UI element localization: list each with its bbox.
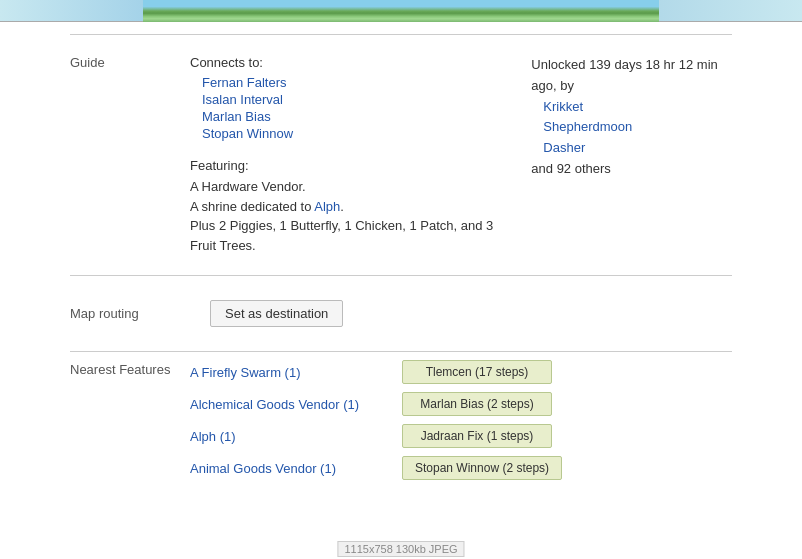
- unlocked-col: Unlocked 139 days 18 hr 12 min ago, by K…: [531, 55, 732, 255]
- user-link-krikket[interactable]: Krikket: [531, 97, 732, 118]
- connects-link-stopan[interactable]: Stopan Winnow: [190, 125, 511, 142]
- main-content: Guide Connects to: Fernan Falters Isalan…: [0, 22, 802, 492]
- nearest-features-body: A Firefly Swarm (1) Tlemcen (17 steps) A…: [190, 360, 732, 488]
- nearest-features-section: Nearest Features A Firefly Swarm (1) Tle…: [70, 360, 732, 488]
- divider-nearest: [70, 351, 732, 352]
- featuring-item-1: A shrine dedicated to Alph.: [190, 197, 511, 217]
- nearest-dest-tlemcen[interactable]: Tlemcen (17 steps): [402, 360, 552, 384]
- set-destination-button[interactable]: Set as destination: [210, 300, 343, 327]
- map-routing-label: Map routing: [70, 306, 190, 321]
- others-text: and 92 others: [531, 159, 732, 180]
- connects-link-marlan[interactable]: Marlan Bias: [190, 108, 511, 125]
- nearest-row-0: A Firefly Swarm (1) Tlemcen (17 steps): [190, 360, 732, 384]
- nearest-row-3: Animal Goods Vendor (1) Stopan Winnow (2…: [190, 456, 732, 480]
- user-link-shepherdmoon[interactable]: Shepherdmoon: [531, 117, 732, 138]
- game-image-container: [0, 0, 802, 22]
- page-wrapper: Guide Connects to: Fernan Falters Isalan…: [0, 0, 802, 559]
- guide-label: Guide: [70, 55, 190, 255]
- nearest-row-1: Alchemical Goods Vendor (1) Marlan Bias …: [190, 392, 732, 416]
- featuring-alph-link[interactable]: Alph: [314, 199, 340, 214]
- featuring-title: Featuring:: [190, 158, 511, 173]
- featuring-item-0: A Hardware Vendor.: [190, 177, 511, 197]
- nearest-features-label: Nearest Features: [70, 360, 190, 488]
- nearest-feature-alph[interactable]: Alph (1): [190, 429, 390, 444]
- featuring-section: Featuring: A Hardware Vendor. A shrine d…: [190, 158, 511, 255]
- featuring-item-2: Plus 2 Piggies, 1 Butterfly, 1 Chicken, …: [190, 216, 511, 255]
- connects-title: Connects to:: [190, 55, 511, 70]
- map-routing-section: Map routing Set as destination: [70, 284, 732, 343]
- game-screenshot: [143, 0, 659, 22]
- unlocked-text: Unlocked 139 days 18 hr 12 min ago, by: [531, 55, 732, 97]
- nearest-dest-stopan[interactable]: Stopan Winnow (2 steps): [402, 456, 562, 480]
- nearest-dest-jadraan[interactable]: Jadraan Fix (1 steps): [402, 424, 552, 448]
- image-info: 1115x758 130kb JPEG: [337, 541, 464, 557]
- nearest-feature-alchemical[interactable]: Alchemical Goods Vendor (1): [190, 397, 390, 412]
- user-link-dasher[interactable]: Dasher: [531, 138, 732, 159]
- nearest-row-2: Alph (1) Jadraan Fix (1 steps): [190, 424, 732, 448]
- divider-top: [70, 34, 732, 35]
- guide-section: Guide Connects to: Fernan Falters Isalan…: [70, 43, 732, 267]
- guide-body: Connects to: Fernan Falters Isalan Inter…: [190, 55, 732, 255]
- nearest-feature-animal[interactable]: Animal Goods Vendor (1): [190, 461, 390, 476]
- connects-link-fernan[interactable]: Fernan Falters: [190, 74, 511, 91]
- nearest-dest-marlan[interactable]: Marlan Bias (2 steps): [402, 392, 552, 416]
- divider-map: [70, 275, 732, 276]
- connects-col: Connects to: Fernan Falters Isalan Inter…: [190, 55, 511, 255]
- nearest-feature-firefly[interactable]: A Firefly Swarm (1): [190, 365, 390, 380]
- connects-link-isalan[interactable]: Isalan Interval: [190, 91, 511, 108]
